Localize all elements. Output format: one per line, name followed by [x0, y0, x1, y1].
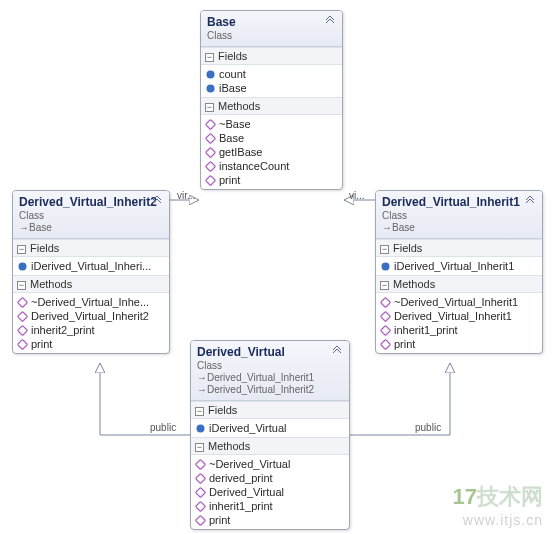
svg-rect-8: [206, 176, 216, 186]
svg-point-19: [197, 425, 205, 433]
method-item[interactable]: instanceCount: [201, 159, 342, 173]
toggle-minus-icon[interactable]: −: [380, 245, 389, 254]
svg-rect-6: [206, 148, 216, 158]
svg-rect-22: [196, 488, 206, 498]
field-item[interactable]: iDerived_Virtual_Inheri...: [13, 259, 169, 273]
method-item[interactable]: inherit1_print: [376, 323, 542, 337]
relation-label-public-left: public: [150, 422, 176, 433]
inherit-arrow-icon: →: [382, 222, 390, 230]
toggle-minus-icon[interactable]: −: [380, 281, 389, 290]
method-item[interactable]: Derived_Virtual: [191, 485, 349, 499]
method-item[interactable]: print: [191, 513, 349, 527]
toggle-minus-icon[interactable]: −: [195, 443, 204, 452]
collapse-icon[interactable]: [324, 15, 336, 27]
class-header[interactable]: Derived_Virtual_Inherit2 Class →Base: [13, 191, 169, 239]
method-icon: [380, 297, 391, 308]
class-derived-virtual-inherit2[interactable]: Derived_Virtual_Inherit2 Class →Base −Fi…: [12, 190, 170, 354]
fields-list: iDerived_Virtual_Inherit1: [376, 257, 542, 275]
inherit-arrow-icon: →: [197, 372, 205, 380]
method-icon: [205, 119, 216, 130]
class-header[interactable]: Derived_Virtual_Inherit1 Class →Base: [376, 191, 542, 239]
method-item[interactable]: Derived_Virtual_Inherit2: [13, 309, 169, 323]
method-item[interactable]: ~Derived_Virtual: [191, 457, 349, 471]
method-item[interactable]: Base: [201, 131, 342, 145]
fields-header[interactable]: −Fields: [201, 47, 342, 65]
fields-header[interactable]: −Fields: [13, 239, 169, 257]
field-item[interactable]: iBase: [201, 81, 342, 95]
method-icon: [195, 473, 206, 484]
method-item[interactable]: print: [376, 337, 542, 351]
method-icon: [17, 297, 28, 308]
svg-rect-20: [196, 460, 206, 470]
class-name: Derived_Virtual_Inherit2: [19, 195, 163, 209]
svg-rect-16: [381, 312, 391, 322]
inherit-arrow-icon: →: [197, 384, 205, 392]
field-item[interactable]: iDerived_Virtual_Inherit1: [376, 259, 542, 273]
class-inherits: →Derived_Virtual_Inherit1: [197, 372, 343, 383]
method-item[interactable]: derived_print: [191, 471, 349, 485]
class-derived-virtual-inherit1[interactable]: Derived_Virtual_Inherit1 Class →Base −Fi…: [375, 190, 543, 354]
class-inherits: →Derived_Virtual_Inherit2: [197, 384, 343, 395]
method-icon: [17, 339, 28, 350]
method-item[interactable]: getIBase: [201, 145, 342, 159]
class-stereotype: Class: [19, 210, 163, 221]
method-icon: [195, 501, 206, 512]
method-item[interactable]: inherit1_print: [191, 499, 349, 513]
methods-header[interactable]: −Methods: [191, 437, 349, 455]
method-icon: [380, 311, 391, 322]
fields-list: count iBase: [201, 65, 342, 97]
class-stereotype: Class: [382, 210, 536, 221]
method-item[interactable]: ~Derived_Virtual_Inhe...: [13, 295, 169, 309]
svg-point-9: [19, 263, 27, 271]
svg-rect-4: [206, 120, 216, 130]
collapse-icon[interactable]: [151, 195, 163, 207]
svg-rect-13: [18, 340, 28, 350]
methods-list: ~Derived_Virtual derived_print Derived_V…: [191, 455, 349, 529]
class-header[interactable]: Base Class: [201, 11, 342, 47]
method-item[interactable]: Derived_Virtual_Inherit1: [376, 309, 542, 323]
method-item[interactable]: inherit2_print: [13, 323, 169, 337]
field-icon: [380, 261, 391, 272]
svg-point-3: [207, 85, 215, 93]
methods-header[interactable]: −Methods: [13, 275, 169, 293]
method-item[interactable]: ~Derived_Virtual_Inherit1: [376, 295, 542, 309]
class-header[interactable]: Derived_Virtual Class →Derived_Virtual_I…: [191, 341, 349, 401]
toggle-minus-icon[interactable]: −: [205, 103, 214, 112]
method-icon: [195, 487, 206, 498]
collapse-icon[interactable]: [524, 195, 536, 207]
class-stereotype: Class: [197, 360, 343, 371]
field-item[interactable]: count: [201, 67, 342, 81]
method-item[interactable]: ~Base: [201, 117, 342, 131]
methods-list: ~Derived_Virtual_Inherit1 Derived_Virtua…: [376, 293, 542, 353]
toggle-minus-icon[interactable]: −: [205, 53, 214, 62]
toggle-minus-icon[interactable]: −: [195, 407, 204, 416]
watermark-badge: 17: [453, 484, 477, 509]
field-item[interactable]: iDerived_Virtual: [191, 421, 349, 435]
svg-rect-17: [381, 326, 391, 336]
field-icon: [205, 83, 216, 94]
toggle-minus-icon[interactable]: −: [17, 281, 26, 290]
class-base[interactable]: Base Class −Fields count iBase −Methods …: [200, 10, 343, 190]
method-icon: [205, 147, 216, 158]
relation-label-public-right: public: [415, 422, 441, 433]
inherit-arrow-icon: →: [19, 222, 27, 230]
svg-rect-24: [196, 516, 206, 526]
methods-header[interactable]: −Methods: [376, 275, 542, 293]
methods-list: ~Derived_Virtual_Inhe... Derived_Virtual…: [13, 293, 169, 353]
method-icon: [205, 133, 216, 144]
relation-label-virtual-right: vi...: [349, 190, 365, 201]
fields-header[interactable]: −Fields: [191, 401, 349, 419]
methods-list: ~Base Base getIBase instanceCount print: [201, 115, 342, 189]
collapse-icon[interactable]: [331, 345, 343, 357]
toggle-minus-icon[interactable]: −: [17, 245, 26, 254]
svg-rect-10: [18, 298, 28, 308]
watermark-text: 技术网: [477, 484, 543, 509]
relation-label-virtual-left: vir...: [177, 190, 195, 201]
fields-header[interactable]: −Fields: [376, 239, 542, 257]
methods-header[interactable]: −Methods: [201, 97, 342, 115]
svg-point-2: [207, 71, 215, 79]
class-derived-virtual[interactable]: Derived_Virtual Class →Derived_Virtual_I…: [190, 340, 350, 530]
method-item[interactable]: print: [13, 337, 169, 351]
method-icon: [205, 175, 216, 186]
method-item[interactable]: print: [201, 173, 342, 187]
